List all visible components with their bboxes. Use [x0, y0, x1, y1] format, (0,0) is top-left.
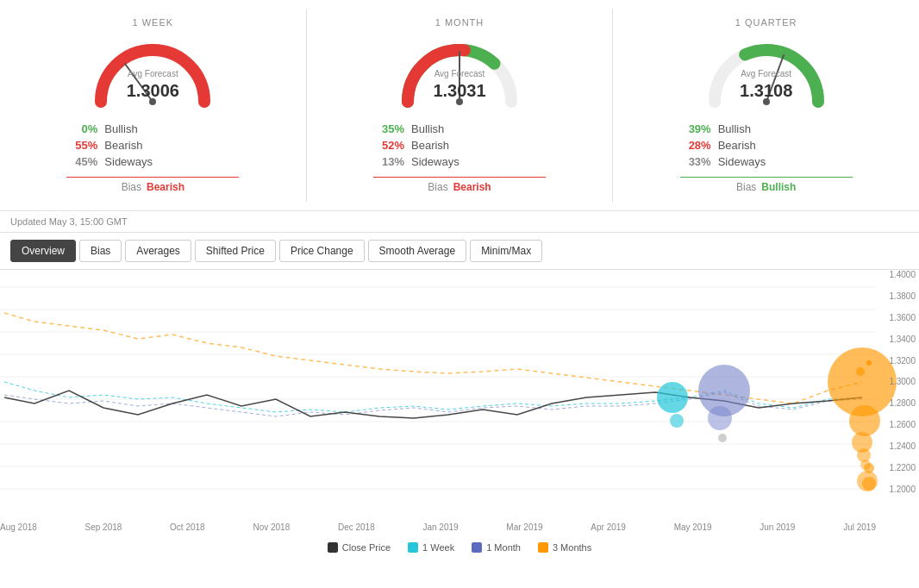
forecast-quarter: 1 QUARTER Avg Forecast 1.3108 39% Bullis… — [613, 9, 919, 202]
week-bias-value: Bearish — [147, 181, 184, 193]
month-period-label: 1 MONTH — [435, 17, 485, 28]
week-bias-word: Bias — [122, 181, 141, 193]
tab-averages[interactable]: Averages — [125, 240, 191, 262]
month-sideways-pct: 13% — [373, 155, 404, 168]
tab-minim-max[interactable]: Minim/Max — [470, 240, 542, 262]
forecast-section: 1 WEEK Avg Forecast 1.3006 0% Bullish 55… — [0, 0, 919, 211]
quarter-bias-value: Bullish — [761, 181, 796, 193]
legend-1-month: 1 Month — [472, 542, 521, 553]
tab-smooth-average[interactable]: Smooth Average — [368, 240, 467, 262]
x-label-3: Nov 2018 — [253, 522, 290, 532]
week-bearish-pct: 55% — [66, 139, 97, 152]
quarter-bearish-row: 28% Bearish — [680, 139, 853, 152]
x-label-4: Dec 2018 — [338, 522, 375, 532]
x-label-9: Jun 2019 — [760, 522, 795, 532]
x-label-8: May 2019 — [674, 522, 712, 532]
week-bias: Bias Bearish — [122, 181, 184, 193]
svg-point-18 — [670, 414, 684, 428]
week-sideways-pct: 45% — [66, 155, 97, 168]
quarter-bearish-pct: 28% — [680, 139, 711, 152]
quarter-gauge: Avg Forecast 1.3108 — [697, 33, 835, 110]
x-label-0: Aug 2018 — [0, 522, 37, 532]
forecast-month: 1 MONTH Avg Forecast 1.3031 35% Bullish … — [307, 9, 614, 202]
month-bias-value: Bearish — [453, 181, 491, 193]
y-label-1: 1.3800 — [876, 291, 916, 301]
week-sideways-label: Sideways — [104, 155, 153, 168]
svg-point-20 — [708, 406, 732, 430]
svg-point-29 — [866, 360, 872, 366]
y-label-0: 1.4000 — [876, 270, 916, 279]
month-avg-value: 1.3031 — [391, 81, 528, 101]
week-avg-value: 1.3006 — [84, 81, 222, 101]
month-sideways-row: 13% Sideways — [373, 155, 546, 168]
legend-1-month-label: 1 Month — [486, 542, 521, 553]
y-label-7: 1.2600 — [876, 420, 916, 429]
week-bullish-row: 0% Bullish — [66, 122, 239, 135]
legend-1-week: 1 Week — [408, 542, 454, 553]
quarter-stats: 39% Bullish 28% Bearish 33% Sideways — [680, 122, 853, 172]
tab-shifted-price[interactable]: Shifted Price — [195, 240, 276, 262]
quarter-bearish-label: Bearish — [718, 139, 756, 152]
week-bearish-row: 55% Bearish — [66, 139, 239, 152]
chart-area: 1.4000 1.3800 1.3600 1.3400 1.3200 1.300… — [0, 270, 919, 537]
month-bias: Bias Bearish — [428, 181, 491, 193]
y-axis-labels: 1.4000 1.3800 1.3600 1.3400 1.3200 1.300… — [876, 270, 916, 494]
y-label-4: 1.3200 — [876, 356, 916, 366]
tabs-bar: Overview Bias Averages Shifted Price Pri… — [0, 233, 919, 270]
x-label-2: Oct 2018 — [170, 522, 205, 532]
legend-3-months-label: 3 Months — [553, 542, 591, 553]
month-sideways-label: Sideways — [411, 155, 460, 168]
x-axis-labels: Aug 2018 Sep 2018 Oct 2018 Nov 2018 Dec … — [0, 522, 876, 532]
month-gauge: Avg Forecast 1.3031 — [391, 33, 528, 110]
month-bullish-label: Bullish — [411, 122, 444, 135]
svg-point-30 — [864, 463, 874, 473]
month-bias-word: Bias — [428, 181, 447, 193]
quarter-avg-value: 1.3108 — [697, 81, 835, 101]
week-gauge: Avg Forecast 1.3006 — [84, 33, 222, 110]
quarter-bullish-row: 39% Bullish — [680, 122, 853, 135]
x-label-1: Sep 2018 — [85, 522, 122, 532]
legend-close-price-dot — [328, 542, 338, 553]
x-label-10: Jul 2019 — [843, 522, 876, 532]
y-label-2: 1.3600 — [876, 313, 916, 322]
quarter-avg-label: Avg Forecast — [697, 69, 835, 78]
month-bearish-pct: 52% — [373, 139, 404, 152]
week-sideways-row: 45% Sideways — [66, 155, 239, 168]
quarter-bullish-label: Bullish — [718, 122, 751, 135]
quarter-bullish-pct: 39% — [680, 122, 711, 135]
legend-1-month-dot — [472, 542, 482, 553]
quarter-period-label: 1 QUARTER — [735, 17, 797, 28]
legend-3-months: 3 Months — [538, 542, 591, 553]
y-label-8: 1.2400 — [876, 441, 916, 451]
y-label-6: 1.2800 — [876, 398, 916, 408]
month-bearish-label: Bearish — [411, 139, 449, 152]
tab-overview[interactable]: Overview — [10, 240, 76, 262]
quarter-bias-word: Bias — [736, 181, 756, 193]
month-avg-label: Avg Forecast — [391, 69, 528, 78]
week-bearish-label: Bearish — [104, 139, 142, 152]
y-label-10: 1.2000 — [876, 485, 916, 494]
svg-point-21 — [718, 434, 727, 442]
legend-1-week-label: 1 Week — [422, 542, 454, 553]
week-period-label: 1 WEEK — [133, 17, 174, 28]
svg-point-27 — [856, 367, 865, 376]
x-label-5: Jan 2019 — [422, 522, 458, 532]
week-bullish-label: Bullish — [104, 122, 137, 135]
legend-3-months-dot — [538, 542, 548, 553]
updated-text: Updated May 3, 15:00 GMT — [10, 216, 128, 227]
month-bearish-row: 52% Bearish — [373, 139, 546, 152]
x-label-7: Apr 2019 — [591, 522, 626, 532]
month-divider — [373, 177, 546, 178]
month-bullish-pct: 35% — [373, 122, 404, 135]
chart-legend: Close Price 1 Week 1 Month 3 Months — [0, 537, 919, 556]
week-avg-label: Avg Forecast — [84, 69, 222, 78]
forecast-week: 1 WEEK Avg Forecast 1.3006 0% Bullish 55… — [0, 9, 307, 202]
tab-bias[interactable]: Bias — [79, 240, 122, 262]
week-stats: 0% Bullish 55% Bearish 45% Sideways — [66, 122, 239, 172]
week-bullish-pct: 0% — [66, 122, 97, 135]
tab-price-change[interactable]: Price Change — [279, 240, 365, 262]
week-divider — [66, 177, 239, 178]
quarter-sideways-label: Sideways — [718, 155, 766, 168]
y-label-3: 1.3400 — [876, 335, 916, 344]
svg-point-17 — [657, 382, 688, 413]
